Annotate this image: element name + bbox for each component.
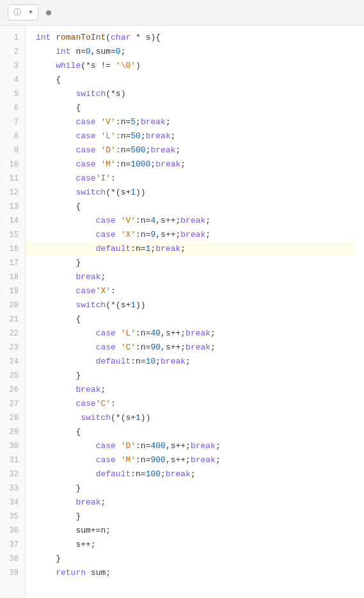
token-punct: ( [106, 31, 111, 45]
token-plain: )) [136, 298, 146, 312]
info-icon: ⓘ [13, 7, 21, 18]
token-plain [96, 143, 101, 158]
token-kw: case [96, 453, 116, 467]
token-plain: (*(s+ [106, 298, 131, 312]
token-kw: break [155, 242, 180, 256]
token-plain: ; [176, 143, 181, 158]
token-plain [96, 129, 101, 143]
line-number: 39 [0, 566, 25, 580]
token-plain: ; [146, 143, 151, 158]
token-plain [96, 158, 101, 172]
token-plain: ; [210, 327, 216, 341]
token-plain: (*s) [106, 87, 125, 101]
token-plain: ; [136, 115, 141, 129]
token-plain [36, 453, 96, 467]
token-plain [36, 129, 75, 143]
code-line: { [36, 200, 364, 214]
token-num: 500 [131, 143, 145, 158]
line-number: 5 [0, 87, 25, 101]
token-plain: ; [216, 439, 221, 453]
line-number: 20 [0, 298, 25, 312]
code-line: sum+=n; [36, 524, 364, 538]
token-num: 1 [131, 186, 136, 200]
token-plain: ,s++; [155, 214, 180, 228]
token-kw: case [96, 327, 116, 341]
token-num: 90 [150, 341, 161, 355]
line-number: 11 [0, 172, 25, 186]
code-line: case 'V':n=4,s++;break; [36, 214, 364, 228]
token-str: 'X' [121, 228, 136, 242]
code-line: } [36, 510, 364, 524]
token-plain [116, 453, 121, 467]
token-plain [116, 327, 121, 341]
code-line: return sum; [36, 566, 364, 580]
token-plain: ; [216, 453, 221, 467]
token-kw: break [180, 228, 205, 242]
token-num: 1 [131, 298, 136, 312]
token-plain: { [36, 73, 61, 87]
token-kw: int [36, 31, 51, 45]
code-line: { [36, 101, 364, 115]
chevron-down-icon: ▼ [29, 9, 33, 16]
token-kw: case [96, 214, 116, 228]
line-number: 9 [0, 143, 25, 158]
token-str: 'L' [121, 327, 136, 341]
token-plain [36, 115, 75, 129]
token-plain [36, 341, 96, 355]
code-line: case 'L':n=40,s++;break; [36, 327, 364, 341]
code-line: case 'X':n=9,s++;break; [36, 228, 364, 242]
token-kw: case [75, 397, 95, 411]
token-plain: (*s != [81, 59, 116, 73]
token-num: 100 [146, 467, 161, 481]
token-plain [36, 228, 96, 242]
token-kw: switch [75, 87, 106, 101]
token-kw: default [96, 242, 131, 256]
code-line: case 'M':n=1000;break; [36, 158, 364, 172]
token-plain: ; [141, 129, 146, 143]
code-line: break; [36, 383, 364, 397]
line-number: 15 [0, 228, 25, 242]
code-line: case 'V':n=5;break; [36, 115, 364, 129]
token-plain: ,s++; [161, 327, 186, 341]
token-plain: ; [155, 355, 161, 369]
token-plain: )) [136, 186, 146, 200]
line-number: 35 [0, 510, 25, 524]
token-str: 'D' [100, 143, 115, 158]
token-plain: { [36, 200, 81, 214]
code-line: { [36, 425, 364, 439]
token-kw: case [75, 284, 95, 298]
code-line: case'X': [36, 284, 364, 298]
line-number: 31 [0, 453, 25, 467]
line-number: 13 [0, 200, 25, 214]
token-kw: break [141, 115, 166, 129]
line-number: 29 [0, 425, 25, 439]
line-number: 32 [0, 467, 25, 481]
line-number: 23 [0, 341, 25, 355]
token-num: 0 [86, 45, 91, 59]
token-num: 4 [150, 214, 155, 228]
code-line: default:n=100;break; [36, 467, 364, 481]
token-kw: default [96, 355, 131, 369]
token-plain: ; [121, 45, 126, 59]
code-line: case 'L':n=50;break; [36, 129, 364, 143]
code-content[interactable]: int romanToInt(char * s){ int n=0,sum=0;… [26, 26, 364, 598]
line-number: 24 [0, 355, 25, 369]
token-plain: ; [191, 467, 196, 481]
token-plain [36, 270, 75, 284]
token-str: 'V' [121, 214, 136, 228]
token-plain: ; [205, 228, 210, 242]
language-selector[interactable]: ⓘ ▼ [8, 4, 38, 20]
token-kw: break [186, 341, 210, 355]
code-line: } [36, 369, 364, 383]
token-kw: return [56, 566, 86, 580]
line-number: 38 [0, 552, 25, 566]
token-kw: while [56, 59, 81, 73]
line-number: 18 [0, 270, 25, 284]
token-plain [36, 242, 96, 256]
token-kw: case [75, 143, 95, 158]
token-plain: :n= [116, 158, 131, 172]
token-plain: ,s++; [166, 439, 191, 453]
token-plain: sum+=n; [36, 524, 111, 538]
token-plain [36, 566, 56, 580]
line-number: 34 [0, 496, 25, 510]
